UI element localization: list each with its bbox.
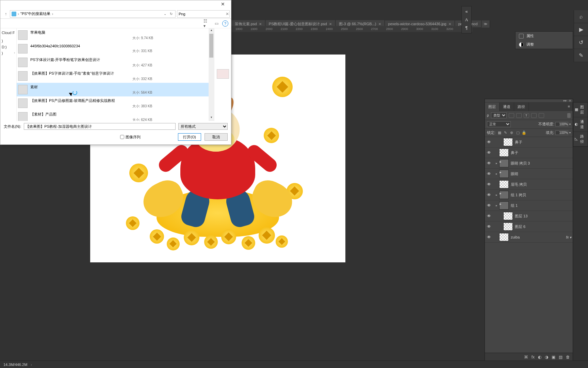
tree-item[interactable]: D:) <box>1 44 16 50</box>
filter-pixel-icon[interactable] <box>509 113 514 118</box>
tab-layers[interactable]: 图层 <box>485 103 500 111</box>
refresh-icon[interactable]: ↻ <box>168 12 174 16</box>
file-item[interactable]: PS字体设计篇-开学季粉笔字效果创意设计 大小: 427 KB <box>17 56 209 69</box>
panel-menu-icon[interactable]: ≡ <box>565 103 573 111</box>
preview-pane-icon[interactable]: ▭ <box>213 20 220 27</box>
file-item[interactable]: 素材 大小: 564 KB <box>17 83 209 96</box>
scroll-track[interactable] <box>209 34 214 116</box>
adjustment-icon[interactable]: ◑ <box>545 355 548 359</box>
chevron-down-icon[interactable]: ▾ <box>569 131 571 134</box>
properties-row[interactable]: 属性 <box>516 32 573 40</box>
side-tab-channels[interactable]: ◐通道 <box>573 117 588 132</box>
trash-icon[interactable]: 🗑 <box>566 355 570 359</box>
opacity-input[interactable] <box>555 122 568 126</box>
close-icon[interactable]: ✕ <box>329 22 332 26</box>
filter-smart-icon[interactable] <box>539 113 544 118</box>
layer-row[interactable]: 👁▸▸眼睛 拷贝 3 <box>485 158 573 169</box>
tabs-overflow[interactable]: ≫ <box>481 20 490 28</box>
layer-row[interactable]: 👁▸▸组 1 拷贝 <box>485 190 573 200</box>
filetype-select[interactable]: 所有格式 <box>178 123 228 130</box>
layer-row[interactable]: 👁图层 6 <box>485 221 573 232</box>
scroll-down-icon[interactable]: ▾ <box>209 116 214 121</box>
link-icon[interactable]: ⌘ <box>524 355 528 359</box>
lock-all-icon[interactable]: 🔒 <box>522 131 526 135</box>
visibility-icon[interactable]: 👁 <box>486 171 492 176</box>
cancel-button[interactable]: 取消 <box>205 133 228 141</box>
lock-position-icon[interactable]: ⊕ <box>509 131 514 135</box>
open-button[interactable]: 打开(O) <box>178 133 201 141</box>
visibility-icon[interactable]: 👁 <box>486 193 492 197</box>
layer-row[interactable]: 👁▸▸眼睛 <box>485 169 573 179</box>
dialog-titlebar[interactable]: ✕ <box>0 0 231 9</box>
close-icon[interactable]: ✕ <box>259 22 262 26</box>
mask-icon[interactable]: ◐ <box>538 355 541 359</box>
layers-list[interactable]: 👁鼻子👁鼻子👁▸▸眼睛 拷贝 3👁▸▸眼睛👁眉毛 拷贝👁▸▸组 1 拷贝👁▸▸组… <box>485 137 573 243</box>
layer-row[interactable]: 👁图层 13 <box>485 211 573 221</box>
search-icon[interactable]: ⌕ <box>574 10 588 23</box>
file-item[interactable]: 苹果电脑 大小: 9.74 KB <box>17 28 209 42</box>
fx-icon[interactable]: fx <box>532 355 535 359</box>
paragraph-icon[interactable]: ¶ <box>463 25 470 31</box>
visibility-icon[interactable]: 👁 <box>486 150 492 155</box>
view-options-icon[interactable]: ☷ ▾ <box>203 20 211 27</box>
tree-item[interactable]: ) <box>1 38 16 44</box>
chevron-down-icon[interactable]: ▾ <box>569 123 571 126</box>
side-tab-layers[interactable]: ▦图层 <box>573 103 588 117</box>
filter-shape-icon[interactable] <box>531 113 537 118</box>
lock-artboard-icon[interactable]: ▢ <box>516 131 520 135</box>
checkbox[interactable] <box>120 135 124 139</box>
group-icon[interactable]: ▣ <box>552 355 555 359</box>
address-bar[interactable]: › "PS"中的搜索结果 › ⌄↻ <box>10 10 176 18</box>
search-bar[interactable]: ✕ <box>177 10 230 18</box>
fx-badge[interactable]: fx ▾ <box>566 235 571 239</box>
file-item[interactable]: 445f6b304a246fc1600860234 大小: 331 KB <box>17 42 209 56</box>
close-icon[interactable]: ✕ <box>448 22 451 26</box>
breadcrumb[interactable]: "PS"中的搜索结果 <box>20 11 50 16</box>
layer-row[interactable]: 👁眉毛 拷贝 <box>485 179 573 190</box>
file-item[interactable]: 【素材】产品图 大小: 624 KB <box>17 110 209 121</box>
blend-mode-select[interactable]: 正常 <box>487 121 511 127</box>
visibility-icon[interactable]: 👁 <box>486 140 492 144</box>
history-icon[interactable]: ↺ <box>574 36 588 49</box>
chevron-right-icon[interactable]: ▸ <box>496 172 499 175</box>
scroll-up-icon[interactable]: ▴ <box>209 28 214 34</box>
scroll-thumb[interactable] <box>209 34 213 58</box>
filter-kind-select[interactable]: 类型 <box>491 112 507 118</box>
brush-icon[interactable]: ✎ <box>574 49 588 62</box>
chevron-right-icon[interactable]: ▸ <box>496 193 499 197</box>
layer-row[interactable]: 👁zuibafx ▾ <box>485 232 573 243</box>
file-item[interactable]: 【效果图】PS字体设计篇-手绘"素食"创意字体设计 大小: 332 KB <box>17 69 209 83</box>
panel-collapse-bar[interactable]: ▾▾✕ <box>485 99 573 103</box>
chevron-right-icon[interactable]: ▸ <box>496 162 499 165</box>
layer-row[interactable]: 👁鼻子 <box>485 137 573 148</box>
visibility-icon[interactable]: 👁 <box>486 161 492 166</box>
tree-item[interactable]: )› <box>1 50 16 56</box>
help-icon[interactable]: ? <box>222 20 228 27</box>
visibility-icon[interactable]: 👁 <box>486 182 492 187</box>
lock-brush-icon[interactable]: ✎ <box>503 131 508 135</box>
file-list[interactable]: 苹果电脑 大小: 9.74 KB 445f6b304a246fc16008602… <box>17 28 214 121</box>
search-input[interactable] <box>179 12 226 16</box>
image-sequence-checkbox[interactable]: 图像序列 <box>120 135 141 140</box>
filter-adjust-icon[interactable] <box>516 113 522 118</box>
close-icon[interactable]: ✕ <box>569 99 571 103</box>
up-button[interactable]: ↑ <box>2 10 10 18</box>
chevron-right-icon[interactable]: › <box>31 363 32 367</box>
tab-channels[interactable]: 通道 <box>500 103 514 111</box>
close-icon[interactable]: ✕ <box>378 22 381 26</box>
ai-icon[interactable]: A <box>463 17 470 23</box>
visibility-icon[interactable]: 👁 <box>486 203 492 208</box>
visibility-icon[interactable]: 👁 <box>486 224 492 229</box>
side-tab-paths[interactable]: ◺路径 <box>573 132 588 147</box>
clear-icon[interactable]: ✕ <box>226 12 229 16</box>
fill-input[interactable] <box>555 131 568 135</box>
dropdown-icon[interactable]: ⌄ <box>162 12 168 16</box>
chevron-right-icon[interactable]: ▸ <box>496 204 499 207</box>
play-icon[interactable]: ▶ <box>574 23 588 36</box>
collapse-icon[interactable]: « <box>463 9 470 15</box>
new-layer-icon[interactable]: ▤ <box>559 355 562 359</box>
file-item[interactable]: 【效果图】PS产品修图篇-玻璃瓶产品精修实战教程 大小: 383 KB <box>17 96 209 110</box>
filter-toggle[interactable] <box>567 113 571 118</box>
collapse-icon[interactable]: ▾▾ <box>563 99 567 103</box>
layer-row[interactable]: 👁鼻子 <box>485 148 573 158</box>
